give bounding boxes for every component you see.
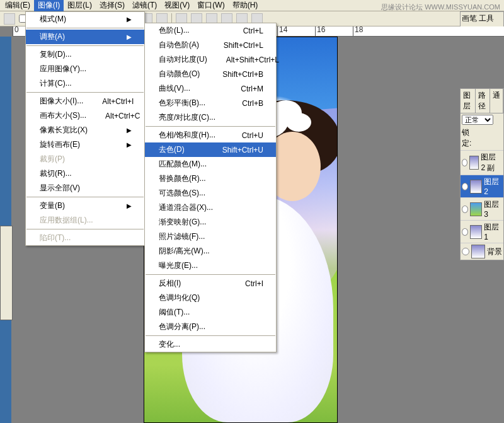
menu-item[interactable]: 裁切(R)... (26, 166, 144, 181)
visibility-icon[interactable] (462, 228, 468, 236)
menu-item[interactable]: 阴影/高光(W)... (145, 244, 276, 258)
menu-item[interactable]: 替换颜色(R)... (145, 171, 276, 186)
menu-filter[interactable]: 滤镜(T) (129, 0, 161, 11)
menu-item[interactable]: 照片滤镜(F)... (145, 229, 276, 244)
minimized-panel[interactable] (0, 226, 13, 320)
menu-divider (26, 45, 144, 46)
menu-item[interactable]: 模式(M)▶ (26, 12, 144, 26)
tool-tab[interactable]: 工具 (479, 14, 494, 23)
menu-select[interactable]: 选择(S) (96, 0, 129, 11)
menu-item[interactable]: 反相(I)Ctrl+I (145, 276, 276, 291)
layer-name: 图层 2 副 (481, 152, 502, 173)
menu-item[interactable]: 自动色阶(A)Shift+Ctrl+L (145, 38, 276, 52)
menu-item[interactable]: 曝光度(E)... (145, 258, 276, 273)
visibility-icon[interactable] (462, 248, 469, 255)
layer-item[interactable]: 图层 2 (461, 175, 503, 197)
tab-layers[interactable]: 图层 (461, 89, 476, 113)
menu-item[interactable]: 色阶(L)...Ctrl+L (145, 23, 276, 38)
layer-item[interactable]: 图层 3 (461, 197, 503, 220)
menu-item[interactable]: 复制(D)... (26, 47, 144, 62)
menu-shortcut: Ctrl+I (245, 279, 263, 288)
menu-item[interactable]: 渐变映射(G)... (145, 215, 276, 229)
menu-item[interactable]: 通道混合器(X)... (145, 200, 276, 215)
menu-item[interactable]: 去色(D)Shift+Ctrl+U (145, 142, 276, 157)
submenu-arrow-icon: ▶ (127, 16, 132, 23)
menu-shortcut: Alt+Ctrl+C (105, 112, 140, 120)
menu-item[interactable]: 色调均化(Q) (145, 291, 276, 305)
menu-item[interactable]: 亮度/对比度(C)... (145, 110, 276, 125)
lock-all-icon[interactable] (495, 134, 502, 142)
menu-item[interactable]: 画布大小(S)...Alt+Ctrl+C (26, 108, 144, 123)
menu-item[interactable]: 计算(C)... (26, 76, 144, 91)
menu-item-label: 反相(I) (159, 278, 181, 289)
menu-item[interactable]: 自动对比度(U)Alt+Shift+Ctrl+L (145, 52, 276, 67)
menu-window[interactable]: 窗口(W) (193, 0, 228, 11)
menu-shortcut: Shift+Ctrl+L (224, 41, 263, 50)
tool-preset-icon[interactable] (4, 13, 15, 25)
layer-thumb (470, 225, 482, 239)
menu-item[interactable]: 像素长宽比(X)▶ (26, 123, 144, 137)
menu-layer[interactable]: 图层(L) (64, 0, 96, 11)
layer-thumb (470, 202, 482, 216)
menu-divider (26, 28, 144, 28)
tab-paths[interactable]: 路径 (476, 89, 491, 113)
menu-item[interactable]: 色相/饱和度(H)...Ctrl+U (145, 128, 276, 142)
menu-item-label: 旋转画布(E) (40, 139, 80, 150)
menu-shortcut: Shift+Ctrl+U (222, 146, 263, 154)
menu-item-label: 照片滤镜(F)... (159, 231, 205, 242)
layer-item[interactable]: 背景 (461, 243, 503, 260)
ruler-tick: 0 (13, 26, 19, 37)
menu-item-label: 自动对比度(U) (159, 54, 207, 65)
menu-item[interactable]: 阈值(T)... (145, 305, 276, 320)
menu-item-label: 通道混合器(X)... (159, 202, 213, 213)
menu-item-label: 裁剪(P) (40, 154, 65, 165)
menu-item[interactable]: 变化... (145, 337, 276, 352)
layer-item[interactable]: 图层 2 副 (461, 150, 503, 175)
menu-item[interactable]: 显示全部(V) (26, 181, 144, 195)
visibility-icon[interactable] (462, 206, 468, 213)
menu-item[interactable]: 曲线(V)...Ctrl+M (145, 81, 276, 96)
menu-item[interactable]: 色彩平衡(B)...Ctrl+B (145, 96, 276, 110)
adjustments-submenu: 色阶(L)...Ctrl+L自动色阶(A)Shift+Ctrl+L自动对比度(U… (144, 23, 277, 352)
menu-help[interactable]: 帮助(H) (229, 0, 262, 11)
menu-item-label: 渐变映射(G)... (159, 217, 206, 228)
menu-item-label: 应用数据组(L)... (40, 215, 93, 226)
menu-item-label: 自动颜色(O) (159, 69, 200, 79)
layer-item[interactable]: 图层 1 (461, 220, 503, 243)
layer-name: 图层 1 (484, 222, 502, 241)
menu-item[interactable]: 调整(A)▶ (26, 30, 144, 44)
menu-edit[interactable]: 编辑(E) (1, 0, 34, 11)
blend-mode-select[interactable]: 正常 (462, 115, 493, 125)
menu-item[interactable]: 旋转画布(E)▶ (26, 137, 144, 152)
menu-shortcut: Ctrl+L (243, 26, 263, 35)
lock-position-icon[interactable] (487, 134, 494, 142)
menu-item-label: 色彩平衡(B)... (159, 98, 205, 108)
menu-item-label: 计算(C)... (40, 78, 72, 89)
visibility-icon[interactable] (462, 159, 467, 166)
menu-view[interactable]: 视图(V) (161, 0, 193, 11)
menu-item[interactable]: 色调分离(P)... (145, 320, 276, 334)
menu-item-label: 去色(D) (159, 144, 185, 155)
menu-item[interactable]: 可选颜色(S)... (145, 186, 276, 200)
menu-item-label: 复制(D)... (40, 49, 72, 60)
menu-item[interactable]: 应用图像(Y)... (26, 62, 144, 76)
menu-item-label: 像素长宽比(X) (40, 125, 88, 136)
layer-name: 图层 2 (484, 177, 502, 196)
menu-item: 应用数据组(L)... (26, 213, 144, 228)
tab-channels[interactable]: 通 (490, 89, 503, 113)
menu-item[interactable]: 匹配颜色(M)... (145, 157, 276, 171)
ruler-tick: 16 (315, 26, 325, 37)
menu-item-label: 阴影/高光(W)... (159, 246, 210, 257)
menu-item[interactable]: 图像大小(I)...Alt+Ctrl+I (26, 94, 144, 108)
submenu-arrow-icon: ▶ (127, 33, 132, 40)
visibility-icon[interactable] (462, 183, 468, 190)
brush-tab[interactable]: 画笔 (462, 14, 477, 23)
menu-divider (146, 126, 275, 127)
lock-pixels-icon[interactable] (479, 134, 486, 142)
menu-divider (26, 92, 144, 93)
menu-image[interactable]: 图像(I) (34, 0, 64, 11)
menu-item[interactable]: 自动颜色(O)Shift+Ctrl+B (145, 67, 276, 81)
menu-item-label: 曲线(V)... (159, 83, 190, 94)
menu-item-label: 调整(A) (40, 32, 65, 42)
menu-item[interactable]: 变量(B)▶ (26, 199, 144, 213)
